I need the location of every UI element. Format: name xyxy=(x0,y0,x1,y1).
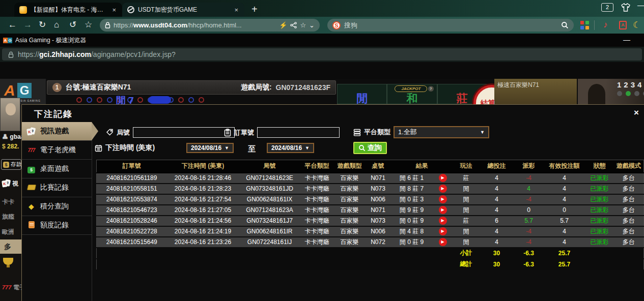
replay-video-button[interactable]: ▶ xyxy=(439,185,447,193)
col-result: 結果 xyxy=(391,160,453,173)
game-header-bar: 1 台號:極速百家樂N71 遊戲局號: GN0712481623F xyxy=(47,80,336,95)
order-cell: 240816210558151 xyxy=(97,184,167,194)
seat-number-badge: 1 xyxy=(52,83,62,92)
sidebar-item-video-games[interactable]: 9K 視訊遊戲 xyxy=(22,122,92,141)
replay-video-button[interactable]: ▶ xyxy=(439,206,447,214)
player-bet-zone[interactable]: 閒 xyxy=(337,84,387,104)
status-cell: 已派彩 xyxy=(585,226,614,237)
hall-multi-selected[interactable]: 多 xyxy=(0,239,21,254)
sidebar-item-slots[interactable]: 777 電子老虎機 xyxy=(22,141,92,160)
valid-bet-cell: 5.7 xyxy=(544,216,585,226)
status-cell: 已派彩 xyxy=(585,194,614,205)
platform-select[interactable]: 1.全部 ▼ xyxy=(394,126,489,138)
video-thumbnail-1[interactable]: 極速百家樂N71 xyxy=(494,79,577,104)
valid-bet-cell: 4 xyxy=(544,237,585,248)
search-icon[interactable] xyxy=(561,21,569,29)
result-cell: 閒 6 莊 1 xyxy=(391,173,433,184)
tab-usdt-game[interactable]: USDT加密货币GAME × xyxy=(122,3,244,17)
result-cell: 閒 4 莊 8 xyxy=(391,226,433,237)
camera-tab-3[interactable]: 3 xyxy=(631,80,635,89)
tab2-close-icon[interactable]: × xyxy=(233,6,239,14)
theme-shirt-icon[interactable] xyxy=(620,3,631,13)
address-bar[interactable]: https://www.usdt04.com/hhcp/home.html...… xyxy=(100,19,320,32)
sidebar-item-table-games[interactable]: $ 桌面遊戲 xyxy=(22,160,92,178)
hall-flagship-label[interactable]: 旗艦 xyxy=(2,213,14,221)
tab-count-badge[interactable]: 2 xyxy=(601,3,613,12)
camera-tab-1[interactable]: 1 xyxy=(617,80,621,89)
history-icon[interactable]: ↺ xyxy=(69,19,76,31)
pdf-icon[interactable]: A xyxy=(619,21,627,29)
replay-video-button[interactable]: ▶ xyxy=(439,227,447,235)
modal-close-icon[interactable]: × xyxy=(634,109,639,117)
query-button[interactable]: 查詢 xyxy=(353,142,387,154)
table-row: 2408162105156492024-08-16 21:23:26GN0722… xyxy=(97,237,644,248)
date-from-select[interactable]: 2024/08/16 ▼ xyxy=(186,143,234,153)
payout-cell: 0 xyxy=(514,205,544,216)
tab1-close-icon[interactable]: × xyxy=(111,6,117,14)
sidebar-item-quota-records[interactable]: 額度記錄 xyxy=(22,216,92,235)
round-cell: GN0712481623A xyxy=(239,205,300,216)
bet-records-table: 訂單號 下注時間 (美東) 局號 平台類型 遊戲類型 桌號 結果 玩法 總投注 … xyxy=(96,160,644,270)
order-cell: 240816210528246 xyxy=(97,216,167,226)
replay-video-button[interactable]: ▶ xyxy=(439,195,447,203)
camera-tab-2[interactable]: 2 xyxy=(624,80,628,89)
tie-bet-zone[interactable]: JACKPOT ? 和 xyxy=(387,84,437,104)
jackpot-help-icon[interactable]: ? xyxy=(428,86,434,92)
lightning-icon[interactable]: ⚡ xyxy=(279,21,287,29)
url-path: /hhcp/home.html... xyxy=(187,21,242,29)
bet-time-filter: 下注時間 (美東) xyxy=(95,143,155,153)
mode-cell: 多台 xyxy=(614,205,644,216)
camera-tab-4[interactable]: 4 xyxy=(637,80,641,89)
star-icon[interactable]: ☆ xyxy=(85,19,92,31)
sidebar-item-points-query[interactable]: ◆ 積分查詢 xyxy=(22,197,92,216)
share-icon[interactable] xyxy=(290,22,297,28)
round-cell: GN073248161J7 xyxy=(239,216,300,226)
sidebar-item-match-records[interactable]: 比賽記錄 xyxy=(22,178,92,197)
new-tab-button[interactable]: + xyxy=(251,2,258,17)
video-games-nav[interactable]: 9K 視 xyxy=(2,179,18,188)
home-icon[interactable]: ⌂ xyxy=(54,19,59,31)
reload-icon[interactable]: ↻ xyxy=(39,19,46,31)
total-bet-cell: 4 xyxy=(480,173,514,184)
replay-cell: ▶ xyxy=(433,226,453,237)
chevron-down-icon[interactable]: ⌄ xyxy=(309,21,315,29)
play-type-cell: 閒 xyxy=(453,194,480,205)
search-engine-label: 搜狗 xyxy=(344,21,557,30)
hall-europe-label[interactable]: 歐洲 xyxy=(2,228,14,236)
total-bet-cell: 4 xyxy=(480,184,514,194)
replay-video-button[interactable]: ▶ xyxy=(439,217,447,225)
status-cell: 已派彩 xyxy=(585,173,614,184)
video-caption: 極速百家樂N71 xyxy=(497,81,539,89)
game-round-value: GN0712481623F xyxy=(276,83,330,92)
table-no-cell: N071 xyxy=(366,173,391,184)
apps-grid-icon[interactable] xyxy=(580,21,589,29)
app-address-bar[interactable]: https://gci.2hhapi.com/agingame/pcv1/ind… xyxy=(2,48,642,61)
forward-icon[interactable]: → xyxy=(23,19,32,31)
time-cell: 2024-08-16 21:28:46 xyxy=(167,173,239,184)
round-cell: GN0712481623E xyxy=(239,173,300,184)
app-minimize-icon[interactable]: — xyxy=(623,36,630,44)
table-no-cell: N073 xyxy=(366,216,391,226)
window-minimize-icon[interactable]: — xyxy=(637,1,644,9)
music-icon[interactable]: ♪ xyxy=(603,20,608,30)
order-input[interactable] xyxy=(257,127,340,138)
replay-cell: ▶ xyxy=(433,237,453,248)
order-cell: 240816210522728 xyxy=(97,226,167,237)
order-cell: 240816210515649 xyxy=(97,237,167,248)
table-no-cell: N006 xyxy=(366,226,391,237)
night-mode-moon-icon[interactable]: ☾ xyxy=(633,20,640,31)
deposit-button[interactable]: $ 存款 xyxy=(1,159,21,170)
round-input[interactable] xyxy=(133,127,235,138)
search-box[interactable]: S 搜狗 xyxy=(327,19,574,32)
back-icon[interactable]: ← xyxy=(8,19,17,31)
play-type-cell: 莊 xyxy=(453,216,480,226)
tab-sports[interactable]: 【新提醒】体育电竞 - 海燕策略… × xyxy=(14,3,122,17)
replay-video-button[interactable]: ▶ xyxy=(439,174,447,182)
roadmap-dots xyxy=(76,97,204,103)
url-scheme: https:// xyxy=(114,21,133,29)
hall-kaka-label[interactable]: 卡卡 xyxy=(2,198,14,206)
date-to-select[interactable]: 2024/08/16 ▼ xyxy=(267,143,314,153)
replay-video-button[interactable]: ▶ xyxy=(439,238,447,246)
total-valid: 25.7 xyxy=(544,259,585,270)
bookmark-star-icon[interactable]: ☆ xyxy=(300,21,306,29)
